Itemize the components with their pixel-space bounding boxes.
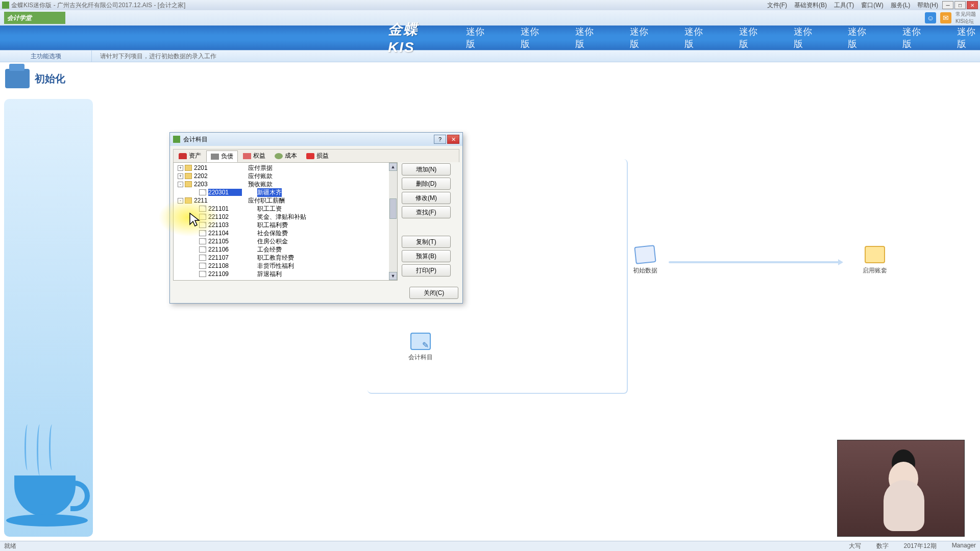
expander-icon — [192, 271, 198, 277]
node-code: 221109 — [208, 270, 242, 278]
accounts-dialog: 会计科目 ? ✕ 资产 负债 权益 成本 损益 +2201应付票据+2202应付… — [169, 132, 463, 304]
tab-liability[interactable]: 负债 — [206, 151, 238, 162]
tab-profit[interactable]: 损益 — [302, 151, 333, 161]
dialog-help-button[interactable]: ? — [434, 135, 446, 144]
expander-icon[interactable]: + — [178, 173, 183, 179]
expander-icon[interactable]: + — [178, 165, 183, 171]
find-button[interactable]: 查找(F) — [402, 206, 451, 218]
desktop-icon-initdata[interactable]: 初始数据 — [633, 246, 657, 275]
flow-arrow — [669, 261, 842, 263]
sidebar-decoration — [4, 99, 93, 537]
node-code: 221106 — [208, 246, 242, 253]
add-button[interactable]: 增加(N) — [402, 163, 451, 176]
initdata-label: 初始数据 — [633, 266, 657, 275]
expander-icon — [192, 206, 198, 212]
tab-equity[interactable]: 权益 — [239, 151, 270, 161]
main-function-tab[interactable]: 主功能选项 — [0, 51, 92, 62]
tree-node-221107[interactable]: 221107职工教育经费 — [174, 254, 397, 262]
menu-basic[interactable]: 基础资料(B) — [791, 1, 830, 10]
tree-node-221102[interactable]: 221102奖金、津贴和补贴 — [174, 213, 397, 221]
expander-icon — [192, 190, 198, 195]
menu-file[interactable]: 文件(F) — [764, 1, 790, 10]
node-code: 221101 — [208, 205, 242, 212]
folder-icon — [185, 165, 192, 171]
scroll-thumb[interactable] — [389, 198, 397, 219]
sidebar-header: 初始化 — [0, 62, 97, 95]
tree-node-2211[interactable]: -2211应付职工薪酬 — [174, 196, 397, 205]
expander-icon — [192, 247, 198, 253]
node-name: 工会经费 — [257, 245, 282, 254]
expander-icon[interactable]: - — [178, 198, 183, 204]
modify-button[interactable]: 修改(M) — [402, 192, 451, 204]
faq-icon[interactable]: ☺ — [925, 12, 936, 23]
file-icon — [199, 238, 206, 244]
tree-node-221101[interactable]: 221101职工工资 — [174, 205, 397, 213]
print-button[interactable]: 打印(P) — [402, 264, 451, 277]
tree-node-220301[interactable]: 220301新疆木齐 — [174, 188, 397, 196]
status-user: Manager — [952, 542, 976, 550]
folder-icon — [185, 173, 192, 179]
subjects-label: 会计科目 — [408, 353, 433, 362]
menu-window[interactable]: 窗口(W) — [858, 1, 886, 10]
tree-node-221108[interactable]: 221108非货币性福利 — [174, 262, 397, 270]
document-icon — [243, 153, 251, 159]
dialog-close-footer-button[interactable]: 关闭(C) — [409, 287, 458, 299]
tree-node-2202[interactable]: +2202应付账款 — [174, 172, 397, 180]
node-name: 辞退福利 — [257, 270, 282, 279]
node-code: 2203 — [194, 181, 228, 188]
node-name: 新疆木齐 — [257, 188, 282, 197]
budget-button[interactable]: 预算(B) — [402, 250, 451, 262]
tree-node-221109[interactable]: 221109辞退福利 — [174, 270, 397, 278]
status-caps: 大写 — [849, 542, 861, 550]
tree-node-221104[interactable]: 221104社会保险费 — [174, 229, 397, 237]
tree-node-221105[interactable]: 221105住房公积金 — [174, 237, 397, 245]
enable-label: 启用账套 — [863, 266, 887, 275]
menu-help[interactable]: 帮助(H) — [914, 1, 941, 10]
desktop-icon-subjects[interactable]: 会计科目 — [408, 333, 433, 362]
dialog-title: 会计科目 — [183, 135, 208, 144]
tab-cost[interactable]: 成本 — [271, 151, 301, 161]
tree-node-2201[interactable]: +2201应付票据 — [174, 164, 397, 172]
node-name: 奖金、津贴和补贴 — [257, 213, 306, 221]
expander-icon — [192, 231, 198, 236]
dialog-button-column: 增加(N) 删除(D) 修改(M) 查找(F) 复制(T) 预算(B) 打印(P… — [402, 162, 451, 281]
node-code: 221104 — [208, 230, 242, 237]
subjects-icon — [410, 333, 431, 350]
tree-scrollbar[interactable]: ▲ ▼ — [389, 163, 397, 280]
menu-tools[interactable]: 工具(T) — [831, 1, 857, 10]
delete-button[interactable]: 删除(D) — [402, 178, 451, 190]
node-code: 220301 — [208, 189, 242, 196]
menu-service[interactable]: 服务(L) — [888, 1, 914, 10]
enable-icon — [865, 246, 885, 263]
dialog-close-button[interactable]: ✕ — [447, 135, 459, 144]
dialog-titlebar[interactable]: 会计科目 ? ✕ — [170, 133, 462, 146]
close-button[interactable]: ✕ — [967, 1, 978, 9]
maximize-button[interactable]: □ — [954, 1, 966, 9]
tree-node-2203[interactable]: -2203预收账款 — [174, 180, 397, 188]
minimize-button[interactable]: ─ — [942, 1, 953, 9]
tree-node-221106[interactable]: 221106工会经费 — [174, 245, 397, 254]
file-icon — [199, 214, 206, 220]
forum-icon[interactable]: ✉ — [940, 12, 951, 23]
folder-icon — [185, 197, 192, 204]
file-icon — [199, 206, 206, 212]
tab-asset[interactable]: 资产 — [175, 151, 205, 161]
accounts-tree[interactable]: +2201应付票据+2202应付账款-2203预收账款220301新疆木齐-22… — [173, 162, 398, 281]
expander-icon — [192, 214, 198, 220]
section-hint: 请针对下列项目，进行初始数据的录入工作 — [100, 52, 216, 61]
sidebar: 初始化 — [0, 62, 97, 541]
faq-label: 常见问题 — [955, 11, 976, 18]
copy-button[interactable]: 复制(T) — [402, 236, 451, 248]
expander-icon[interactable]: - — [178, 182, 183, 187]
scroll-down-button[interactable]: ▼ — [389, 272, 397, 280]
main-area: 初始化 会计科目 初始数据 启用账套 — [0, 62, 980, 541]
node-code: 2202 — [194, 172, 228, 180]
tree-node-221103[interactable]: 221103职工福利费 — [174, 221, 397, 229]
scroll-up-button[interactable]: ▲ — [389, 163, 397, 171]
statusbar: 就绪 大写 数字 2017年12期 Manager — [0, 541, 980, 551]
desktop-icon-enable[interactable]: 启用账套 — [863, 246, 887, 275]
node-name: 预收账款 — [248, 180, 273, 189]
forum-label: KIS论坛 — [955, 18, 976, 25]
titlebar: 金蝶KIS迷你版 - 广州古兴化纤有限公司2017.12.AIS - [会计之家… — [0, 0, 980, 10]
expander-icon — [192, 255, 198, 261]
